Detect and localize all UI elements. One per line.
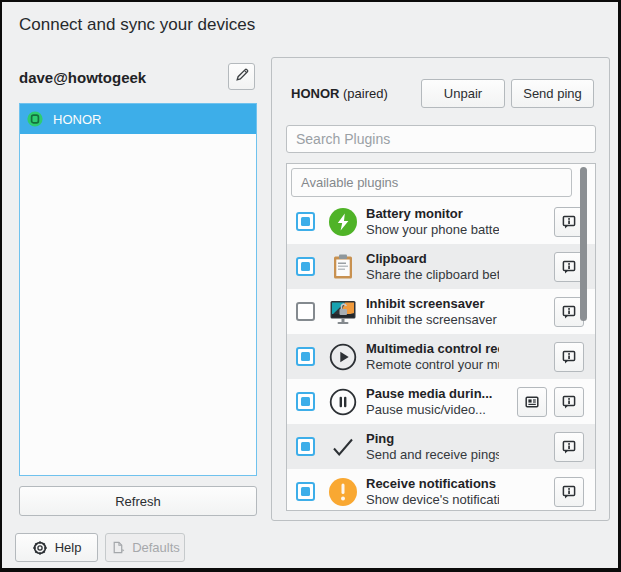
checkmark-icon — [328, 432, 358, 462]
plugin-description: Show device's notificatio — [366, 492, 499, 507]
device-list[interactable]: HONOR — [19, 103, 257, 476]
configure-icon — [524, 394, 540, 410]
plugin-name: Clipboard — [366, 251, 499, 266]
plugin-description: Inhibit the screensaver ... — [366, 312, 499, 327]
search-plugins-input[interactable] — [286, 125, 596, 153]
plugin-name: Inhibit screensaver — [366, 296, 499, 311]
plugin-name: Ping — [366, 431, 499, 446]
pencil-icon — [234, 67, 250, 86]
plugin-name: Battery monitor — [366, 206, 499, 221]
plugin-enabled-checkbox[interactable] — [296, 302, 315, 321]
plugin-row[interactable]: Clipboard Share the clipboard bet... — [287, 244, 596, 289]
plugin-about-button[interactable] — [554, 387, 584, 417]
plugin-enabled-checkbox[interactable] — [296, 437, 315, 456]
plugin-list[interactable]: Available plugins Battery monitor Show y… — [286, 163, 596, 511]
plugin-configure-button[interactable] — [517, 387, 547, 417]
smartphone-icon — [27, 111, 43, 127]
send-ping-button[interactable]: Send ping — [511, 79, 594, 108]
defaults-document-icon — [110, 540, 125, 555]
device-name-label: HONOR — [53, 112, 101, 127]
help-button[interactable]: Help — [15, 533, 98, 562]
plugin-about-button[interactable] — [554, 477, 584, 507]
pause-icon — [328, 387, 358, 417]
notification-icon — [328, 477, 358, 507]
device-header: HONOR (paired) Unpair Send ping — [286, 79, 594, 108]
plugin-enabled-checkbox[interactable] — [296, 257, 315, 276]
page-title: Connect and sync your devices — [19, 15, 255, 35]
plugin-enabled-checkbox[interactable] — [296, 392, 315, 411]
info-icon — [561, 349, 577, 365]
plugin-name: Multimedia control recei... — [366, 341, 499, 356]
unpair-button[interactable]: Unpair — [421, 79, 505, 108]
plugin-row[interactable]: Ping Send and receive pings — [287, 424, 596, 469]
play-icon — [328, 342, 358, 372]
paired-device-status: (paired) — [339, 86, 387, 101]
clipboard-icon — [328, 252, 358, 282]
device-list-item-honor[interactable]: HONOR — [20, 104, 256, 134]
kde-connect-settings-window: Connect and sync your devices dave@howto… — [0, 0, 621, 572]
plugin-name: Pause media durin... — [366, 386, 499, 401]
paired-device-title: HONOR (paired) — [291, 86, 388, 101]
plugin-description: Pause music/video... — [366, 402, 499, 417]
battery-monitor-icon — [328, 207, 358, 237]
plugin-list-header: Available plugins — [291, 168, 572, 197]
plugin-row[interactable]: Battery monitor Show your phone batter..… — [287, 199, 596, 244]
account-name-label: dave@howtogeek — [19, 69, 146, 86]
rename-device-button[interactable] — [228, 63, 255, 90]
defaults-button[interactable]: Defaults — [105, 533, 185, 562]
info-icon — [561, 259, 577, 275]
plugin-list-scrollbar[interactable] — [580, 167, 587, 321]
info-icon — [561, 304, 577, 320]
device-settings-groupbox: HONOR (paired) Unpair Send ping Availabl… — [271, 57, 610, 521]
plugin-enabled-checkbox[interactable] — [296, 347, 315, 366]
plugin-row[interactable]: Pause media durin... Pause music/video..… — [287, 379, 596, 424]
plugin-enabled-checkbox[interactable] — [296, 482, 315, 501]
help-icon — [32, 540, 48, 556]
paired-device-name: HONOR — [291, 86, 339, 101]
plugin-about-button[interactable] — [554, 342, 584, 372]
plugin-row[interactable]: Receive notifications Show device's noti… — [287, 469, 596, 511]
refresh-button[interactable]: Refresh — [19, 486, 257, 516]
plugin-row[interactable]: Multimedia control recei... Remote contr… — [287, 334, 596, 379]
plugin-description: Show your phone batter... — [366, 222, 499, 237]
plugin-description: Remote control your mu... — [366, 357, 499, 372]
plugin-description: Send and receive pings — [366, 447, 499, 462]
info-icon — [561, 439, 577, 455]
info-icon — [561, 214, 577, 230]
plugin-enabled-checkbox[interactable] — [296, 212, 315, 231]
screensaver-icon — [328, 297, 358, 327]
info-icon — [561, 394, 577, 410]
plugin-name: Receive notifications — [366, 476, 499, 491]
info-icon — [561, 484, 577, 500]
plugin-rows: Battery monitor Show your phone batter..… — [287, 199, 596, 511]
plugin-row[interactable]: Inhibit screensaver Inhibit the screensa… — [287, 289, 596, 334]
plugin-about-button[interactable] — [554, 432, 584, 462]
plugin-description: Share the clipboard bet... — [366, 267, 499, 282]
